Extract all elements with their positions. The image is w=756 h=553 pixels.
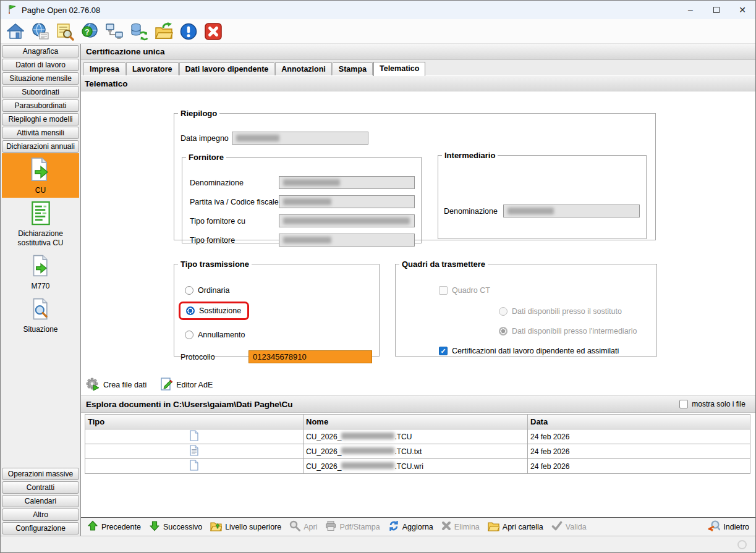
tipo-trasmissione-groupbox: Tipo trasmissione Ordinaria Sostituzione… [174, 260, 380, 357]
database-sync-icon[interactable] [129, 22, 149, 41]
radio-label: Sostituzione [199, 306, 241, 315]
file-icon [190, 464, 198, 473]
file-date: 24 feb 2026 [528, 429, 750, 444]
intermediario-denominazione-field[interactable] [503, 205, 640, 217]
sidebar-item-attivita-mensili[interactable]: Attività mensili [2, 127, 79, 139]
checkbox-label: Quadro CT [452, 286, 490, 295]
flag-icon [7, 4, 17, 16]
home-icon[interactable] [6, 22, 25, 41]
tab-impresa[interactable]: Impresa [83, 62, 125, 75]
empty-area [81, 474, 755, 517]
column-header-tipo[interactable]: Tipo [85, 415, 304, 429]
sidebar-item-situazione-mensile[interactable]: Situazione mensile [2, 72, 79, 85]
printer-icon [325, 520, 336, 533]
indietro-button[interactable]: Indietro [708, 520, 749, 533]
redacted-value [508, 208, 554, 214]
redacted-value [283, 237, 331, 243]
toolbar-label: Precedente [101, 523, 141, 531]
sidebar-item-situazione[interactable]: Situazione [2, 293, 79, 337]
denominazione-field[interactable] [279, 176, 415, 189]
tab-annotazioni[interactable]: Annotazioni [275, 62, 332, 75]
checkbox-icon: ✓ [439, 347, 448, 355]
info-icon[interactable] [179, 22, 198, 41]
apri-cartella-button[interactable]: Apri cartella [488, 520, 543, 533]
editor-ade-button[interactable]: Editor AdE [160, 378, 213, 393]
tipo-fornitore-label: Tipo fornitore [190, 236, 235, 245]
data-impegno-field[interactable] [232, 132, 368, 145]
protocollo-field[interactable]: 012345678910 [248, 350, 372, 363]
intermediario-legend: Intermediario [442, 151, 498, 160]
tab-dati-lavoro-dipendente[interactable]: Dati lavoro dipendente [179, 62, 275, 75]
network-icon[interactable] [104, 22, 124, 41]
tab-lavoratore[interactable]: Lavoratore [126, 62, 179, 75]
radio-dati-intermediario: Dati disponibili presso l'intermediario [499, 327, 637, 336]
table-row[interactable]: CU_2026_.TCU.txt 24 feb 2026 [85, 444, 750, 459]
filter-checkbox-row[interactable]: mostra solo i file [679, 400, 745, 408]
tipo-fornitore-cu-field[interactable] [279, 214, 415, 227]
sidebar: Anagrafica Datori di lavoro Situazione m… [1, 44, 81, 536]
maximize-button[interactable] [703, 1, 729, 19]
export-folder-icon[interactable] [154, 22, 174, 41]
sidebar-item-configurazione[interactable]: Configurazione [2, 522, 79, 534]
file-name-prefix: CU_2026_ [306, 433, 341, 441]
sidebar-item-contratti[interactable]: Contratti [2, 481, 79, 494]
toolbar-label: Successivo [163, 523, 202, 531]
close-button[interactable]: ✕ [729, 1, 755, 19]
arrow-up-icon [87, 520, 98, 533]
sidebar-item-dichiarazioni-annuali[interactable]: Dichiarazioni annuali [2, 140, 79, 153]
maximize-icon [713, 7, 720, 13]
sidebar-item-anagrafica[interactable]: Anagrafica [2, 45, 79, 57]
sidebar-item-datori-di-lavoro[interactable]: Datori di lavoro [2, 59, 79, 71]
column-header-data[interactable]: Data [528, 415, 750, 429]
radio-ordinaria[interactable]: Ordinaria [185, 286, 229, 295]
sidebar-item-dichiarazione-sostitutiva-cu[interactable]: Dichiarazione sostitutiva CU [2, 198, 79, 250]
search-note-icon[interactable] [55, 22, 75, 41]
radio-icon[interactable] [186, 306, 195, 315]
table-row[interactable]: CU_2026_.TCU 24 feb 2026 [85, 429, 750, 444]
radio-icon [499, 327, 508, 336]
radio-icon [185, 331, 193, 339]
file-icon [190, 434, 198, 443]
column-header-nome[interactable]: Nome [304, 415, 528, 429]
sidebar-item-altro[interactable]: Altro [2, 509, 79, 521]
sidebar-item-calendari[interactable]: Calendari [2, 495, 79, 507]
sidebar-item-m770[interactable]: M770 [2, 250, 79, 293]
sidebar-item-parasubordinati[interactable]: Parasubordinati [2, 99, 79, 112]
magnifier-icon [289, 520, 300, 533]
checkbox-certificazioni[interactable]: ✓ Certificazioni dati lavoro dipendente … [439, 347, 619, 355]
tab-stampa[interactable]: Stampa [333, 62, 373, 75]
sidebar-item-cu[interactable]: CU [2, 153, 79, 198]
folder-icon [488, 520, 499, 533]
redacted-value [236, 135, 279, 141]
table-row[interactable]: CU_2026_.TCU.wri 24 feb 2026 [85, 459, 750, 474]
main-toolbar: ? [1, 19, 755, 44]
sidebar-item-subordinati[interactable]: Subordinati [2, 86, 79, 98]
precedente-button[interactable]: Precedente [87, 520, 141, 533]
sidebar-item-label: Dichiarazione sostitutiva CU [3, 229, 78, 248]
toolbar-label: Apri cartella [503, 523, 543, 531]
tab-telematico[interactable]: Telematico [373, 62, 425, 76]
radio-icon [499, 307, 508, 316]
tipo-fornitore-field[interactable] [279, 234, 415, 247]
sidebar-item-operazioni-massive[interactable]: Operazioni massive [2, 468, 79, 480]
checkbox-quadro-ct[interactable]: Quadro CT [439, 286, 490, 295]
crea-file-dati-button[interactable]: Crea file dati [86, 378, 147, 393]
checkbox-label: Certificazioni dati lavoro dipendente ed… [452, 347, 619, 355]
internet-news-icon[interactable] [30, 22, 50, 41]
minimize-button[interactable]: – [677, 1, 703, 19]
radio-icon [185, 286, 193, 295]
file-table: Tipo Nome Data CU_2026_.TCU 24 feb 2026 … [85, 414, 750, 474]
help-globe-icon[interactable]: ? [80, 22, 100, 41]
telematico-form: Riepilogo Data impegno Fornitore Denomin… [81, 91, 755, 374]
livello-superiore-button[interactable]: Livello superiore [210, 520, 281, 533]
exit-icon[interactable] [203, 22, 223, 41]
partita-iva-field[interactable] [279, 195, 415, 208]
radio-annullamento[interactable]: Annullamento [185, 331, 245, 339]
sidebar-item-riepiloghi-e-modelli[interactable]: Riepiloghi e modelli [2, 113, 79, 125]
aggiorna-button[interactable]: Aggiorna [388, 520, 433, 533]
redacted-value [283, 198, 331, 205]
radio-label: Annullamento [198, 331, 245, 339]
successivo-button[interactable]: Successivo [149, 520, 202, 533]
protocollo-label: Protocollo [181, 353, 215, 361]
data-impegno-label: Data impegno [181, 134, 229, 143]
